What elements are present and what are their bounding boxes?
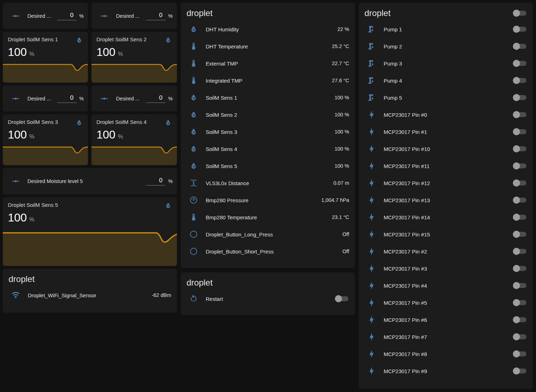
desired-label[interactable]: Desired ...: [116, 96, 146, 101]
toggle-switch[interactable]: [513, 162, 527, 169]
sensor-history-graph: [3, 63, 88, 83]
entity-name[interactable]: Pump 4: [384, 78, 509, 84]
entity-name[interactable]: MCP23017 Pin #8: [384, 351, 509, 357]
toggle-switch[interactable]: [513, 350, 527, 357]
entity-name[interactable]: Pump 1: [384, 26, 509, 32]
entity-name[interactable]: MCP23017 Pin #1: [384, 129, 509, 135]
toggle-switch[interactable]: [513, 26, 527, 33]
entity-name[interactable]: MCP23017 Pin #5: [384, 300, 509, 306]
sensor-value: 100: [8, 46, 27, 58]
desired-value-input[interactable]: [57, 12, 77, 19]
toggle-switch[interactable]: [513, 367, 527, 375]
sensor-graph-card-5[interactable]: Droplet SoilM Sens 5 100 %: [3, 197, 177, 266]
desired-label[interactable]: Desired Moisture level 5: [27, 178, 146, 184]
toggle-switch[interactable]: [513, 94, 527, 101]
thermometer-icon: [189, 59, 198, 68]
wifi-card: droplet Droplet_WiFi_Signal_Sensor -62 d…: [3, 269, 177, 313]
entity-name[interactable]: MCP23017 Pin #6: [384, 317, 509, 323]
entity-name[interactable]: DHT Temperature: [206, 43, 327, 49]
entity-name[interactable]: MCP23017 Pin #14: [384, 214, 509, 220]
sensor-graph-card-1[interactable]: Droplet SoilM Sens 1 100 %: [3, 32, 88, 83]
entity-name[interactable]: Pump 5: [384, 95, 509, 101]
toggle-switch[interactable]: [513, 333, 527, 340]
toggle-switch[interactable]: [513, 43, 527, 50]
entity-name[interactable]: Droplet_WiFi_Signal_Sensor: [28, 292, 147, 298]
toggle-switch[interactable]: [513, 60, 527, 67]
toggle-switch[interactable]: [513, 197, 527, 204]
entity-name[interactable]: Bmp280 Pressure: [206, 197, 317, 203]
entity-name[interactable]: External TMP: [206, 61, 327, 67]
entity-name[interactable]: MCP23017 Pin #12: [384, 180, 509, 186]
entity-name[interactable]: MCP23017 Pin #3: [384, 266, 509, 272]
toggle-switch[interactable]: [513, 231, 527, 238]
entity-name[interactable]: Droplet_Button_Short_Press: [206, 249, 338, 255]
toggle-switch[interactable]: [513, 265, 527, 272]
entity-name[interactable]: VL53L0x Distance: [206, 180, 329, 186]
lightning-bolt-icon: [367, 264, 376, 273]
toggle-switch[interactable]: [513, 179, 527, 187]
desired-value-input[interactable]: [146, 12, 165, 19]
desired-label[interactable]: Desired ...: [27, 13, 57, 19]
sensor-graph-card-2[interactable]: Droplet SoilM Sens 2 100 %: [91, 32, 177, 83]
entity-name[interactable]: Integrated TMP: [206, 78, 327, 84]
water-pump-icon: [367, 42, 376, 51]
toggle-switch[interactable]: [513, 77, 527, 84]
water-percent-icon: [164, 202, 172, 209]
desired-label[interactable]: Desired ...: [27, 96, 57, 101]
lightning-bolt-icon: [367, 333, 376, 341]
entity-name[interactable]: Pump 2: [384, 43, 509, 49]
entity-value: 100 %: [335, 129, 349, 135]
entity-value: 22.7 °C: [332, 61, 349, 66]
entity-name[interactable]: MCP23017 Pin #2: [384, 249, 509, 255]
toggle-switch[interactable]: [513, 299, 527, 306]
ray-vertex-icon: [100, 12, 109, 20]
water-pump-icon: [367, 93, 376, 102]
entity-name[interactable]: MCP23017 Pin #0: [384, 112, 509, 118]
entity-name[interactable]: MCP23017 Pin #11: [384, 163, 509, 169]
sensor-value: 100: [8, 211, 27, 224]
toggle-switch[interactable]: [513, 111, 527, 118]
entity-name[interactable]: SoilM Sens 2: [206, 112, 330, 118]
sensor-graph-card-4[interactable]: Droplet SoilM Sens 4 100 %: [91, 114, 177, 165]
entity-name[interactable]: SoilM Sens 5: [206, 163, 330, 169]
card-title: droplet: [364, 8, 390, 19]
entity-name[interactable]: MCP23017 Pin #10: [384, 146, 509, 152]
desired-value-input[interactable]: [146, 177, 165, 184]
toggle-switch[interactable]: [513, 282, 527, 289]
entity-name[interactable]: Bmp280 Temperature: [206, 214, 327, 220]
entity-row: Pump 2: [359, 38, 533, 55]
entity-name[interactable]: MCP23017 Pin #4: [384, 283, 509, 289]
toggle-switch[interactable]: [513, 128, 527, 135]
desired-value-input[interactable]: [57, 94, 77, 101]
toggle-all-switch[interactable]: [513, 10, 527, 17]
toggle-switch[interactable]: [513, 214, 527, 221]
sensor-unit: %: [118, 134, 123, 140]
entity-name[interactable]: MCP23017 Pin #15: [384, 231, 509, 237]
entity-row: MCP23017 Pin #7: [359, 328, 533, 345]
circle-outline-icon: [189, 247, 198, 256]
desired-value-input[interactable]: [146, 94, 165, 101]
entity-value: 100 %: [335, 163, 349, 169]
toggle-switch[interactable]: [335, 295, 349, 302]
desired-label[interactable]: Desired ...: [116, 13, 146, 19]
sensor-graph-card-3[interactable]: Droplet SoilM Sens 3 100 %: [3, 114, 88, 165]
lightning-bolt-icon: [367, 298, 376, 307]
entity-name[interactable]: SoilM Sens 3: [206, 129, 330, 135]
toggle-switch[interactable]: [513, 248, 527, 255]
entity-name[interactable]: Droplet_Button_Long_Press: [206, 231, 338, 237]
toggle-switch[interactable]: [513, 316, 527, 323]
entity-row: MCP23017 Pin #8: [359, 345, 533, 362]
entity-name[interactable]: Pump 3: [384, 61, 509, 67]
entity-value: Off: [342, 249, 349, 254]
arrow-expand-vertical-icon: [189, 179, 198, 187]
entity-name[interactable]: MCP23017 Pin #9: [384, 368, 509, 374]
entity-name[interactable]: SoilM Sens 4: [206, 146, 330, 152]
entity-name[interactable]: SoilM Sens 1: [206, 95, 330, 101]
entity-name[interactable]: MCP23017 Pin #7: [384, 334, 509, 340]
entity-name[interactable]: DHT Humidity: [206, 26, 333, 32]
entity-name[interactable]: Restart: [206, 296, 331, 302]
entity-row: MCP23017 Pin #12: [359, 174, 533, 192]
entity-name[interactable]: MCP23017 Pin #13: [384, 197, 509, 203]
lightning-bolt-icon: [367, 145, 376, 153]
toggle-switch[interactable]: [513, 145, 527, 152]
